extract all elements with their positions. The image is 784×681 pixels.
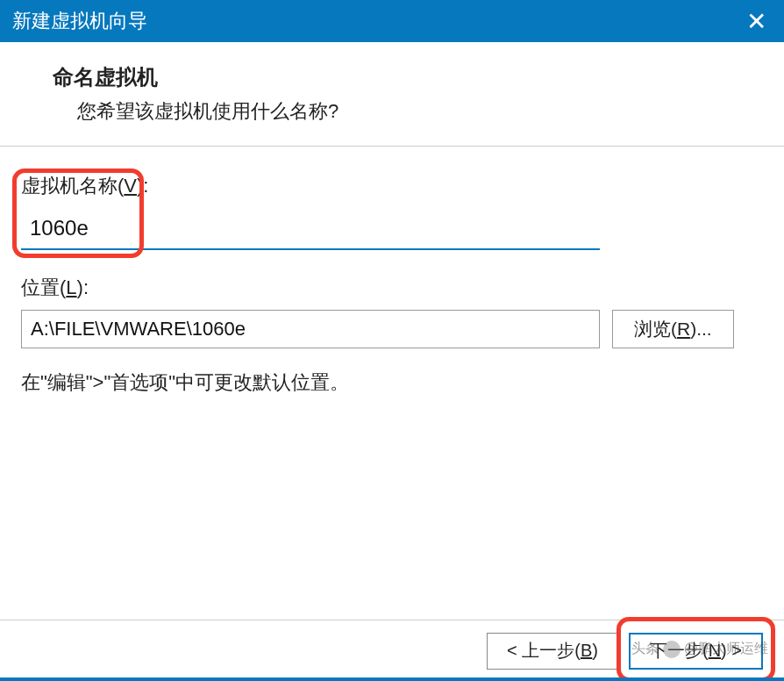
browse-button[interactable]: 浏览(R)... — [612, 310, 734, 348]
vm-name-input[interactable] — [21, 208, 600, 250]
next-button[interactable]: 下一步(N) > — [629, 633, 763, 670]
location-input[interactable] — [21, 310, 600, 348]
close-icon[interactable]: ✕ — [742, 7, 770, 36]
location-row: 浏览(R)... — [21, 310, 763, 348]
titlebar: 新建虚拟机向导 ✕ — [0, 0, 784, 42]
bottom-accent-bar — [0, 677, 784, 681]
content-area: 虚拟机名称(V): 位置(L): 浏览(R)... 在"编辑">"首选项"中可更… — [0, 147, 784, 405]
back-button[interactable]: < 上一步(B) — [487, 633, 618, 670]
location-hint: 在"编辑">"首选项"中可更改默认位置。 — [21, 369, 763, 396]
page-subtitle: 您希望该虚拟机使用什么名称? — [53, 98, 768, 125]
wizard-footer: < 上一步(B) 下一步(N) > 头条 @鹏大师运维 — [0, 620, 784, 681]
vm-name-label: 虚拟机名称(V): — [21, 173, 763, 199]
wizard-header: 命名虚拟机 您希望该虚拟机使用什么名称? — [0, 42, 784, 147]
vm-name-input-wrapper — [21, 208, 763, 250]
window-title: 新建虚拟机向导 — [12, 8, 147, 34]
page-title: 命名虚拟机 — [53, 63, 768, 91]
next-button-wrapper: 下一步(N) > — [629, 633, 763, 670]
location-label: 位置(L): — [21, 275, 763, 301]
